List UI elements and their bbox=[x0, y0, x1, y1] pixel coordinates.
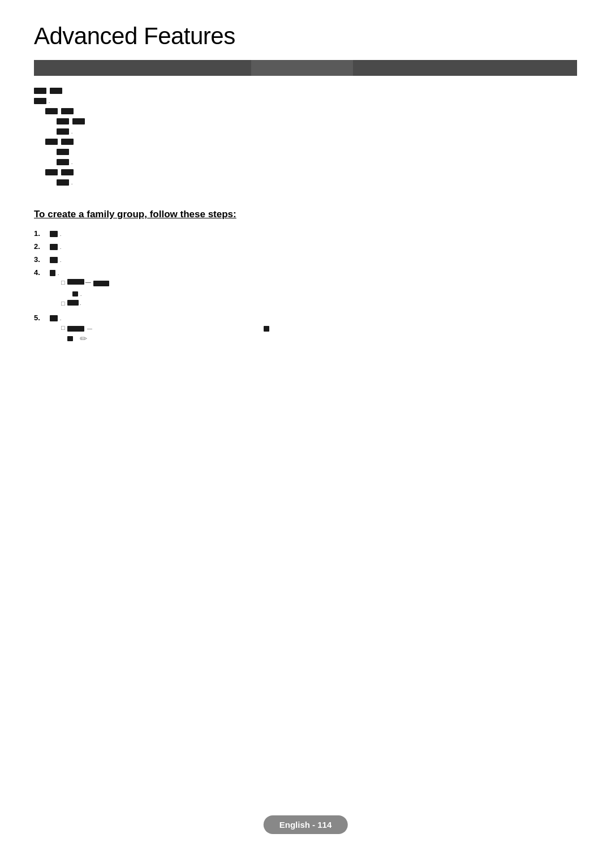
corrupted-text-8 bbox=[57, 159, 69, 165]
step-4-sub-1: □ — bbox=[61, 279, 577, 287]
step-4-sub-1-value bbox=[93, 281, 109, 286]
corrupted-text-9 bbox=[45, 169, 58, 175]
step-4-sub-2-label bbox=[67, 300, 79, 306]
corrupted-text-7 bbox=[57, 149, 69, 155]
step-3: 3. . bbox=[34, 255, 577, 264]
step-4-number: 4. bbox=[34, 268, 50, 277]
step-3-text bbox=[50, 257, 58, 263]
step-5-sub-1-content: — ✏ bbox=[67, 324, 270, 344]
step-4-text bbox=[50, 270, 55, 276]
content-row-6 bbox=[45, 137, 577, 145]
step-5-subitems: □ — ✏ bbox=[50, 324, 577, 344]
corrupted-text-2 bbox=[34, 98, 46, 104]
step-5-content: . □ — bbox=[50, 313, 577, 346]
steps-container: 1. . 2. . 3. . 4. bbox=[34, 229, 577, 346]
corrupted-text-5 bbox=[57, 128, 69, 135]
step-1-number: 1. bbox=[34, 229, 50, 238]
content-row-7 bbox=[57, 147, 577, 156]
page-footer: English - 114 bbox=[264, 815, 348, 834]
corrupted-text-10 bbox=[57, 179, 69, 186]
step-2-number: 2. bbox=[34, 242, 50, 251]
corrupted-text-6b bbox=[61, 139, 74, 145]
content-row-4 bbox=[57, 117, 577, 125]
content-row-3 bbox=[45, 106, 577, 115]
corrupted-text-4b bbox=[72, 118, 85, 124]
instruction-section: To create a family group, follow these s… bbox=[34, 209, 577, 346]
corrupted-text-3b bbox=[61, 108, 74, 114]
step-1-text bbox=[50, 231, 58, 237]
content-row-5: . bbox=[57, 127, 577, 135]
step-4-sub-1-label bbox=[67, 279, 84, 285]
step-5-sub-1-value bbox=[264, 326, 269, 332]
step-2-text bbox=[50, 244, 58, 250]
step-5: 5. . □ — bbox=[34, 313, 577, 346]
corrupted-text-9b bbox=[61, 169, 74, 175]
content-row-2: . bbox=[34, 96, 577, 105]
nav-bar bbox=[34, 60, 577, 76]
step-3-number: 3. bbox=[34, 255, 50, 264]
instruction-header: To create a family group, follow these s… bbox=[34, 209, 577, 220]
step-4-subitems: □ — . □ . bbox=[50, 279, 577, 307]
step-5-sub-1-detail: ✏ bbox=[67, 333, 270, 344]
pencil-icon: ✏ bbox=[80, 333, 87, 344]
page-title: Advanced Features bbox=[34, 23, 577, 50]
top-corrupted-section: . . . . bbox=[34, 86, 577, 186]
step-5-sub-1: □ — ✏ bbox=[61, 324, 577, 344]
step-5-number: 5. bbox=[34, 313, 50, 322]
corrupted-text-3 bbox=[45, 108, 58, 114]
step-4-sub-1-detail: . bbox=[61, 289, 577, 298]
step-1-content: . bbox=[50, 229, 577, 238]
step-2-content: . bbox=[50, 242, 577, 251]
corrupted-text-6 bbox=[45, 139, 58, 145]
corrupted-text-4 bbox=[57, 118, 69, 124]
content-row-8: . bbox=[57, 157, 577, 166]
content-row-9 bbox=[45, 167, 577, 176]
corrupted-text-1 bbox=[34, 88, 46, 94]
nav-bar-highlight bbox=[251, 60, 353, 76]
corrupted-text-1b bbox=[50, 88, 62, 94]
step-1: 1. . bbox=[34, 229, 577, 238]
step-4-content: . □ — . bbox=[50, 268, 577, 309]
step-4: 4. . □ — . bbox=[34, 268, 577, 309]
step-4-sub-1-detail-text bbox=[72, 291, 78, 297]
content-row-10: . bbox=[57, 178, 577, 186]
step-2: 2. . bbox=[34, 242, 577, 251]
step-5-sub-1-label bbox=[67, 326, 84, 332]
step-5-detail-text bbox=[67, 336, 73, 341]
content-row-1 bbox=[34, 86, 577, 94]
step-4-sub-2: □ . bbox=[61, 300, 577, 307]
step-3-content: . bbox=[50, 255, 577, 264]
step-5-text bbox=[50, 315, 58, 321]
